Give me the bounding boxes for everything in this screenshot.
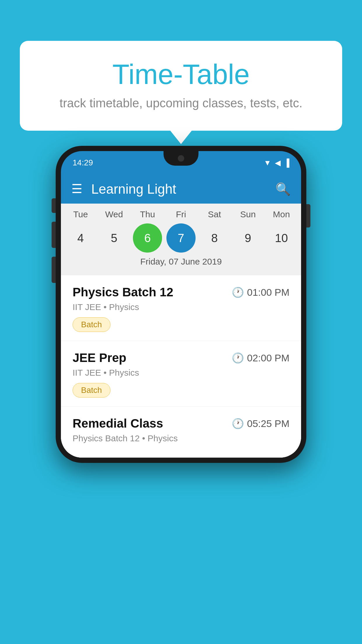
volume-down-button <box>52 257 56 283</box>
day-name-wed: Wed <box>99 209 129 219</box>
clock-icon-1: 🕐 <box>232 286 244 298</box>
search-icon[interactable]: 🔍 <box>275 182 291 196</box>
schedule-item-3-title: Remedial Class <box>73 416 163 430</box>
schedule-item-1-time-label: 01:00 PM <box>247 287 289 298</box>
phone-mockup: 14:29 ▼ ◀ ▐ ☰ Learning Light 🔍 Tue Wed <box>56 146 306 463</box>
status-time: 14:29 <box>73 158 93 167</box>
notch <box>164 151 198 166</box>
signal-icon: ◀ <box>275 158 281 167</box>
day-name-sun: Sun <box>233 209 263 219</box>
schedule-item-3[interactable]: Remedial Class 🕐 05:25 PM Physics Batch … <box>61 407 301 458</box>
camera-dot <box>178 155 184 162</box>
schedule-item-2-subtitle: IIT JEE • Physics <box>73 368 289 378</box>
schedule-item-3-time: 🕐 05:25 PM <box>232 418 289 429</box>
clock-icon-2: 🕐 <box>232 352 244 364</box>
schedule-list: Physics Batch 12 🕐 01:00 PM IIT JEE • Ph… <box>61 275 301 458</box>
day-8[interactable]: 8 <box>200 223 229 253</box>
tooltip-title: Time-Table <box>43 58 319 90</box>
battery-icon: ▐ <box>284 158 289 167</box>
phone-outer: 14:29 ▼ ◀ ▐ ☰ Learning Light 🔍 Tue Wed <box>56 146 306 463</box>
day-name-fri: Fri <box>166 209 196 219</box>
status-bar: 14:29 ▼ ◀ ▐ <box>61 151 301 174</box>
schedule-item-2[interactable]: JEE Prep 🕐 02:00 PM IIT JEE • Physics Ba… <box>61 341 301 407</box>
tooltip-subtitle: track timetable, upcoming classes, tests… <box>43 96 319 110</box>
schedule-item-3-subtitle: Physics Batch 12 • Physics <box>73 433 289 443</box>
schedule-item-2-time-label: 02:00 PM <box>247 352 289 364</box>
schedule-item-3-time-label: 05:25 PM <box>247 418 289 429</box>
day-7-selected[interactable]: 7 <box>166 223 196 253</box>
power-button <box>306 204 310 228</box>
phone-screen: Tue Wed Thu Fri Sat Sun Mon 4 5 6 7 8 9 … <box>61 204 301 458</box>
day-name-tue: Tue <box>66 209 95 219</box>
batch-badge-1: Batch <box>73 317 110 332</box>
day-name-mon: Mon <box>267 209 296 219</box>
day-6-today[interactable]: 6 <box>133 223 162 253</box>
day-5[interactable]: 5 <box>99 223 129 253</box>
schedule-item-2-title: JEE Prep <box>73 351 126 365</box>
schedule-item-1-header: Physics Batch 12 🕐 01:00 PM <box>73 285 289 299</box>
day-name-sat: Sat <box>200 209 229 219</box>
volume-silent-button <box>52 198 56 213</box>
schedule-item-1-title: Physics Batch 12 <box>73 285 173 299</box>
schedule-item-3-header: Remedial Class 🕐 05:25 PM <box>73 416 289 430</box>
status-icons: ▼ ◀ ▐ <box>264 158 289 167</box>
day-numbers: 4 5 6 7 8 9 10 <box>61 223 301 253</box>
day-10[interactable]: 10 <box>267 223 296 253</box>
clock-icon-3: 🕐 <box>232 418 244 429</box>
schedule-item-2-header: JEE Prep 🕐 02:00 PM <box>73 351 289 365</box>
batch-badge-2: Batch <box>73 383 110 398</box>
schedule-item-2-time: 🕐 02:00 PM <box>232 352 289 364</box>
tooltip-card: Time-Table track timetable, upcoming cla… <box>20 41 342 131</box>
day-4[interactable]: 4 <box>66 223 95 253</box>
schedule-item-1-time: 🕐 01:00 PM <box>232 286 289 298</box>
hamburger-icon[interactable]: ☰ <box>71 183 82 195</box>
day-name-thu: Thu <box>133 209 162 219</box>
day-headers: Tue Wed Thu Fri Sat Sun Mon <box>61 209 301 219</box>
calendar-strip: Tue Wed Thu Fri Sat Sun Mon 4 5 6 7 8 9 … <box>61 204 301 275</box>
schedule-item-1[interactable]: Physics Batch 12 🕐 01:00 PM IIT JEE • Ph… <box>61 275 301 341</box>
wifi-icon: ▼ <box>264 158 271 167</box>
app-toolbar: ☰ Learning Light 🔍 <box>61 174 301 204</box>
schedule-item-1-subtitle: IIT JEE • Physics <box>73 302 289 312</box>
day-9[interactable]: 9 <box>233 223 263 253</box>
volume-up-button <box>52 222 56 248</box>
toolbar-title: Learning Light <box>91 181 275 197</box>
selected-date-label: Friday, 07 June 2019 <box>61 253 301 272</box>
